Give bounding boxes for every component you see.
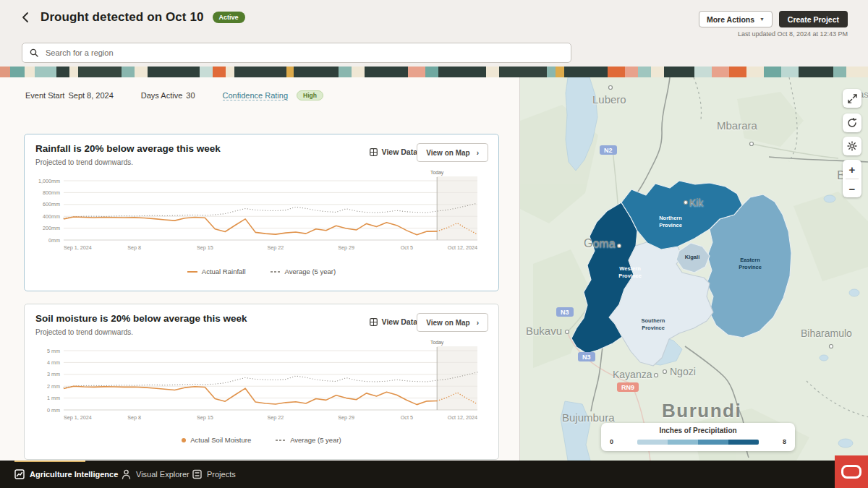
last-updated-text: Last updated Oct 8, 2024 at 12:43 PM bbox=[738, 30, 848, 38]
svg-text:400mm: 400mm bbox=[43, 213, 60, 220]
svg-text:Sep 29: Sep 29 bbox=[338, 244, 354, 251]
zoom-in-button[interactable]: + bbox=[843, 160, 861, 179]
svg-text:Today: Today bbox=[430, 171, 444, 176]
svg-text:200mm: 200mm bbox=[43, 225, 60, 231]
view-data-button[interactable]: View Data bbox=[370, 317, 417, 326]
chevron-right-icon: › bbox=[477, 319, 479, 327]
layers-button[interactable] bbox=[843, 137, 861, 155]
more-actions-label: More Actions bbox=[707, 15, 754, 24]
soil-moisture-card: Soil moisture is 20% below average this … bbox=[24, 304, 499, 460]
view-on-map-button[interactable]: View on Map › bbox=[417, 313, 488, 332]
legend-swatch-average bbox=[271, 271, 281, 273]
rotate-icon bbox=[847, 118, 857, 128]
map-canvas[interactable]: LuberoMbararaasBuKikGomaBukavuKayanzaNgo… bbox=[519, 77, 868, 461]
nav-label: Agriculture Intelligence bbox=[30, 470, 118, 479]
svg-text:1 mm: 1 mm bbox=[47, 395, 60, 401]
decorative-illustration-strip bbox=[0, 67, 868, 77]
soil-card-subtitle: Projected to trend downwards. bbox=[35, 328, 133, 336]
bottom-nav: Agriculture Intelligence Visual Explorer… bbox=[0, 461, 868, 488]
view-data-button[interactable]: View Data bbox=[370, 147, 417, 156]
map-base-svg bbox=[520, 77, 868, 461]
rainfall-chart: 1,000mm800mm600mm400mm200mm0mmSep 1, 202… bbox=[35, 171, 488, 262]
zoom-control: + − bbox=[843, 160, 861, 197]
precipitation-legend: Inches of Precipitation 0 8 bbox=[601, 423, 795, 451]
more-actions-button[interactable]: More Actions ▼ bbox=[699, 11, 773, 27]
chevron-down-icon: ▼ bbox=[760, 17, 765, 22]
event-detail-panel: Event Start Sept 8, 2024 Days Active 30 … bbox=[0, 77, 519, 461]
status-badge: Active bbox=[213, 12, 245, 23]
svg-text:800mm: 800mm bbox=[43, 189, 60, 196]
svg-text:Sep 15: Sep 15 bbox=[197, 414, 213, 421]
chevron-right-icon: › bbox=[477, 149, 479, 157]
legend-label: Actual Soil Moisture bbox=[190, 436, 251, 444]
soil-moisture-chart: 5 mm4 mm3 mm2 mm1 mm0 mmSep 1, 2024Sep 8… bbox=[35, 341, 488, 432]
confidence-rating: Confidence Rating High bbox=[223, 90, 323, 100]
header: Drought detected on Oct 10 Active bbox=[19, 9, 245, 25]
svg-text:Sep 1, 2024: Sep 1, 2024 bbox=[64, 414, 92, 421]
legend-item: Average (5 year) bbox=[271, 267, 336, 275]
nav-visual-explorer[interactable]: Visual Explorer bbox=[122, 461, 190, 488]
expand-icon bbox=[848, 94, 857, 103]
create-project-label: Create Project bbox=[788, 15, 839, 24]
svg-text:Sep 1, 2024: Sep 1, 2024 bbox=[64, 244, 92, 251]
event-meta-row: Event Start Sept 8, 2024 Days Active 30 … bbox=[25, 90, 323, 100]
svg-text:Sep 15: Sep 15 bbox=[197, 244, 213, 251]
expand-map-button[interactable] bbox=[843, 89, 861, 108]
app-window: Drought detected on Oct 10 Active More A… bbox=[0, 0, 868, 488]
svg-text:1,000mm: 1,000mm bbox=[38, 178, 60, 184]
nav-projects[interactable]: Projects bbox=[192, 461, 236, 488]
svg-text:600mm: 600mm bbox=[43, 201, 60, 207]
legend-item: Actual Rainfall bbox=[187, 267, 246, 275]
svg-text:0mm: 0mm bbox=[48, 237, 60, 244]
legend-label: Actual Rainfall bbox=[202, 267, 246, 275]
legend-swatch-actual bbox=[182, 438, 186, 442]
view-on-map-label: View on Map bbox=[426, 149, 469, 157]
legend-item: Actual Soil Moisture bbox=[182, 436, 251, 444]
svg-text:Oct 12, 2024: Oct 12, 2024 bbox=[448, 414, 477, 421]
svg-text:Oct 5: Oct 5 bbox=[401, 244, 413, 251]
oracle-logo-icon bbox=[841, 465, 861, 479]
zoom-out-button[interactable]: − bbox=[843, 179, 861, 198]
legend-swatch-actual bbox=[187, 271, 197, 273]
legend-title: Inches of Precipitation bbox=[610, 427, 786, 435]
legend-gradient-bar bbox=[637, 440, 759, 445]
oracle-chat-button[interactable] bbox=[835, 455, 868, 488]
soil-chart-legend: Actual Soil Moisture Average (5 year) bbox=[25, 436, 498, 444]
confidence-rating-link[interactable]: Confidence Rating bbox=[223, 91, 289, 100]
svg-text:Sep 22: Sep 22 bbox=[268, 414, 284, 421]
create-project-button[interactable]: Create Project bbox=[779, 11, 848, 27]
table-icon bbox=[370, 318, 378, 326]
search-bar bbox=[22, 43, 571, 63]
legend-max: 8 bbox=[783, 438, 786, 445]
event-start-label: Event Start bbox=[25, 91, 64, 100]
view-data-label: View Data bbox=[382, 317, 417, 326]
svg-text:Oct 5: Oct 5 bbox=[401, 414, 413, 421]
svg-text:Today: Today bbox=[430, 341, 444, 346]
nav-agriculture-intelligence[interactable]: Agriculture Intelligence bbox=[14, 461, 118, 488]
projects-icon bbox=[192, 469, 202, 479]
event-start: Event Start Sept 8, 2024 bbox=[25, 91, 114, 100]
svg-text:Sep 22: Sep 22 bbox=[268, 244, 284, 251]
search-icon bbox=[30, 48, 38, 57]
svg-text:2 mm: 2 mm bbox=[47, 383, 60, 390]
legend-swatch-average bbox=[276, 440, 286, 441]
search-input[interactable] bbox=[44, 48, 563, 58]
view-data-label: View Data bbox=[382, 147, 417, 156]
back-button[interactable] bbox=[19, 9, 32, 25]
days-active-value: 30 bbox=[186, 91, 195, 100]
legend-label: Average (5 year) bbox=[290, 436, 341, 444]
legend-item: Average (5 year) bbox=[276, 436, 341, 444]
nav-label: Visual Explorer bbox=[136, 470, 190, 479]
chevron-left-icon bbox=[22, 12, 29, 23]
legend-min: 0 bbox=[610, 438, 613, 445]
reset-orientation-button[interactable] bbox=[843, 114, 861, 132]
days-active-label: Days Active bbox=[141, 91, 182, 100]
svg-text:0 mm: 0 mm bbox=[47, 407, 60, 414]
table-icon bbox=[370, 148, 378, 156]
view-on-map-button[interactable]: View on Map › bbox=[417, 143, 488, 162]
person-icon bbox=[122, 469, 131, 479]
event-start-value: Sept 8, 2024 bbox=[68, 91, 113, 100]
rainfall-chart-legend: Actual Rainfall Average (5 year) bbox=[25, 267, 498, 275]
svg-text:4 mm: 4 mm bbox=[47, 359, 60, 366]
view-on-map-label: View on Map bbox=[426, 319, 469, 327]
